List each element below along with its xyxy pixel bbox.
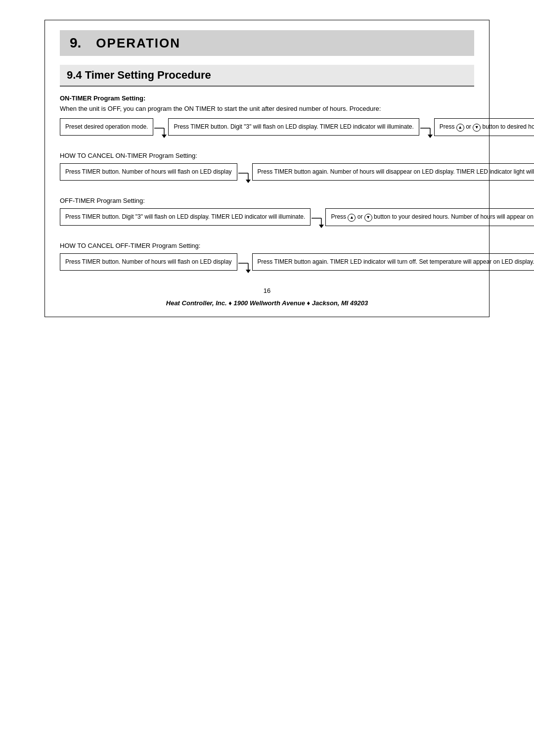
svg-marker-14 <box>246 180 251 183</box>
svg-marker-2 <box>162 135 167 138</box>
on-timer-intro: When the unit is OFF, you can program th… <box>60 105 474 112</box>
on-timer-box-2: Press TIMER button. Digit "3" will flash… <box>168 118 419 136</box>
cancel-off-arrow-svg-1 <box>237 253 252 278</box>
cancel-off-timer-flow: Press TIMER button. Number of hours will… <box>60 253 474 278</box>
cancel-off-box-1: Press TIMER button. Number of hours will… <box>60 253 237 271</box>
cancel-on-timer-label: HOW TO CANCEL ON-TIMER Program Setting: <box>60 152 474 159</box>
cancel-on-box-2: Press TIMER button again. Number of hour… <box>252 163 534 181</box>
off-arrow-svg-1 <box>311 208 325 233</box>
page-number: 16 <box>60 287 474 294</box>
cancel-on-arrow-svg-1 <box>237 163 252 188</box>
svg-marker-29 <box>246 270 251 273</box>
arrow-1 <box>153 118 168 143</box>
off-timer-label: OFF-TIMER Program Setting: <box>60 197 474 204</box>
on-timer-box-1: Preset desired operation mode. <box>60 118 153 136</box>
section-title: OPERATION <box>96 36 180 51</box>
arrow-svg-1 <box>153 118 168 143</box>
off-timer-flow: Press TIMER button. Digit "3" will flash… <box>60 208 474 233</box>
up-icon: ▲ <box>456 124 464 132</box>
off-arrow-1 <box>311 208 325 233</box>
off-timer-box-2: Press ▲ or ▼ button to your desired hour… <box>325 208 534 226</box>
subsection-header: 9.4 Timer Setting Procedure <box>60 65 474 87</box>
page: 9. OPERATION 9.4 Timer Setting Procedure… <box>44 20 490 317</box>
footer: Heat Controller, Inc. ♦ 1900 Wellworth A… <box>60 299 474 307</box>
up-icon-3: ▲ <box>348 214 356 222</box>
cancel-off-box-2: Press TIMER button again. TIMER LED indi… <box>252 253 534 271</box>
section-number: 9. <box>70 35 81 51</box>
cancel-on-box-1: Press TIMER button. Number of hours will… <box>60 163 237 181</box>
cancel-on-arrow-1 <box>237 163 252 188</box>
down-icon: ▼ <box>473 124 481 132</box>
section-header: 9. OPERATION <box>60 30 474 56</box>
svg-marker-5 <box>428 135 433 138</box>
cancel-off-timer-label: HOW TO CANCEL OFF-TIMER Program Setting: <box>60 242 474 249</box>
on-timer-label: ON-TIMER Program Setting: <box>60 94 474 102</box>
cancel-on-timer-flow: Press TIMER button. Number of hours will… <box>60 163 474 188</box>
off-timer-box-1: Press TIMER button. Digit "3" will flash… <box>60 208 311 226</box>
subsection-title: 9.4 Timer Setting Procedure <box>67 69 211 81</box>
arrow-svg-2 <box>419 118 434 143</box>
svg-marker-20 <box>319 225 324 228</box>
on-timer-box-3: Press ▲ or ▼ button to desired hours. Nu… <box>434 118 534 136</box>
down-icon-3: ▼ <box>364 214 372 222</box>
cancel-off-arrow-1 <box>237 253 252 278</box>
arrow-2 <box>419 118 434 143</box>
on-timer-flow: Preset desired operation mode. Press TIM… <box>60 118 474 143</box>
